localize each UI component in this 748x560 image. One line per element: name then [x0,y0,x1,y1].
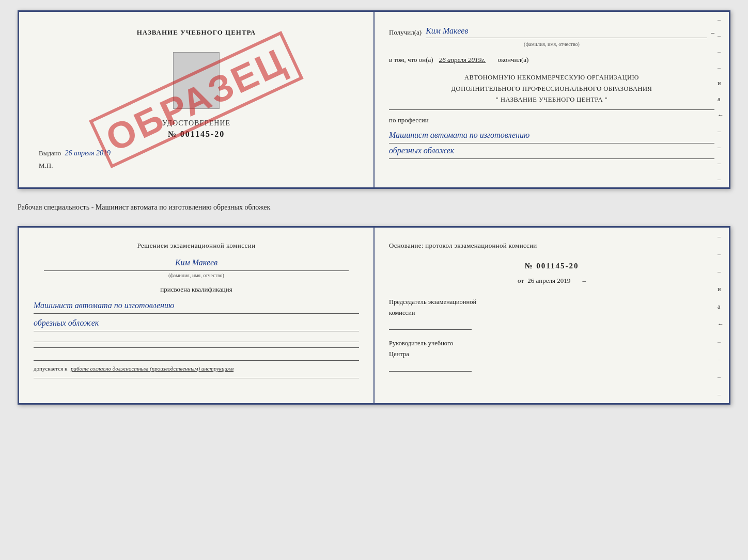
udostoverenie-label: УДОСТОВЕРЕНИЕ [162,119,230,127]
okonchil-label: окончил(а) [497,56,528,63]
top-document: НАЗВАНИЕ УЧЕБНОГО ЦЕНТРА ОБРАЗЕЦ УДОСТОВ… [18,10,730,189]
specialty-line: Рабочая специальность - Машинист автомат… [18,201,730,214]
rukovoditel-block: Руководитель учебного Центра [389,338,714,372]
dash-right: – [582,277,586,284]
bottom-document: Решением экзаменационной комиссии Ким Ма… [18,226,730,405]
predsedatel-signature-line [389,321,472,330]
org-line2: ДОПОЛНИТЕЛЬНОГО ПРОФЕССИОНАЛЬНОГО ОБРАЗО… [389,84,714,94]
protocol-date: от 26 апреля 2019 – [389,275,714,286]
tsentra-label: Центра [389,349,714,360]
bottom-divider1 [34,342,359,342]
udostoverenie-number: № 001145-20 [162,130,230,139]
bottom-left-page: Решением экзаменационной комиссии Ким Ма… [19,228,375,403]
right-dashes-bottom: – – – и а ← – – – – [718,228,726,403]
dash-after-name: – [711,27,715,38]
dopusk-text: работе согласно должностным (производств… [71,365,233,372]
komissia-fio-sub: (фамилия, имя, отчество) [44,270,349,280]
prisvoyena-label: присвоена квалификация [34,284,359,295]
osnovaniye: Основание: протокол экзаменационной коми… [389,240,714,251]
mp-line: М.П. [34,162,359,170]
top-right-page: Получил(а) Ким Макеев – (фамилия, имя, о… [375,12,729,187]
predsedatel-block: Председатель экзаменационной комиссии [389,297,714,330]
org-line3: " НАЗВАНИЕ УЧЕБНОГО ЦЕНТРА " [389,94,714,105]
profession-value2: обрезных обложек [389,143,714,159]
vtom-line: в том, что он(а) 26 апреля 2019г. окончи… [389,55,714,66]
org-line1: АВТОНОМНУЮ НЕКОММЕРЧЕСКУЮ ОРГАНИЗАЦИЮ [389,72,714,83]
photo-placeholder [173,52,220,109]
qualification-value: Машинист автомата по изготовлению [34,298,359,314]
dopuskaetsya-block: допускается к работе согласно должностны… [34,360,359,374]
komissiyi-label: комиссии [389,308,714,318]
vtom-date: 26 апреля 2019г. [439,56,486,63]
vydano-date: 26 апреля 2019 [65,149,111,157]
vydano-label: Выдано [39,149,61,157]
predsedatel-label: Председатель экзаменационной [389,297,714,308]
qualification-value2: обрезных обложек [34,316,359,331]
top-left-page: НАЗВАНИЕ УЧЕБНОГО ЦЕНТРА ОБРАЗЕЦ УДОСТОВ… [19,12,375,187]
divider-1 [389,109,714,110]
org-block: АВТОНОМНУЮ НЕКОММЕРЧЕСКУЮ ОРГАНИЗАЦИЮ ДО… [389,72,714,105]
recipient-name: Ким Макеев [426,24,707,38]
bottom-right-page: Основание: протокол экзаменационной коми… [375,228,729,403]
protocol-date-value: 26 апреля 2019 [527,277,570,284]
recipient-line: Получил(а) Ким Макеев – [389,24,714,38]
profession-value: Машинист автомата по изготовлению [389,128,714,143]
right-dashes: – – – – и а ← – – – – [718,12,726,187]
vydano-line: Выдано 26 апреля 2019 [34,149,359,157]
bottom-divider2 [34,347,359,348]
vtom-label: в том, что он(а) [389,56,433,63]
komissia-title: Решением экзаменационной комиссии [34,240,359,251]
fio-subtitle: (фамилия, имя, отчество) [389,40,714,49]
bottom-divider3 [34,378,359,378]
rukovoditel-signature-line [389,362,472,372]
komissia-name: Ким Макеев [34,255,359,269]
poluchil-label: Получил(а) [389,27,422,38]
profession-label: по профессии [389,115,714,126]
dopuskaetsya-label: допускается к [34,365,67,372]
rukovoditel-label: Руководитель учебного [389,338,714,349]
protocol-number: № 001145-20 [389,260,714,273]
protocol-date-label: от [518,277,524,284]
udostoverenie-block: УДОСТОВЕРЕНИЕ № 001145-20 [162,119,230,139]
top-center-title: НАЗВАНИЕ УЧЕБНОГО ЦЕНТРА [137,28,256,37]
